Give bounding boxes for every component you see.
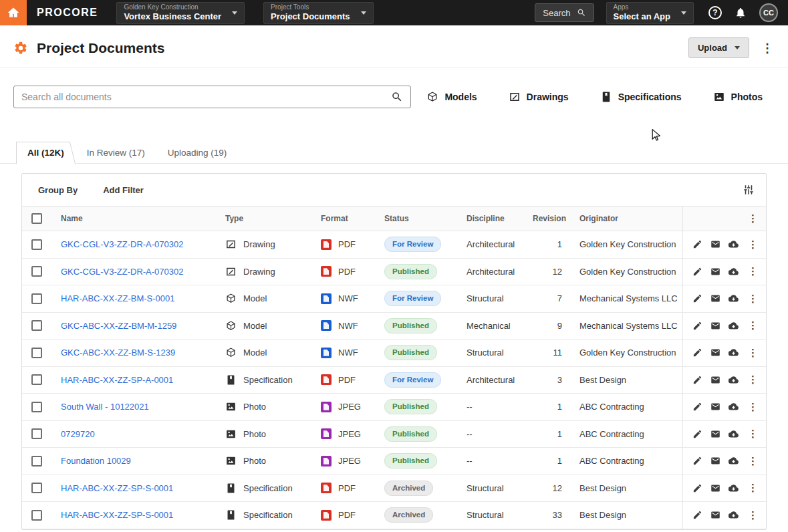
- email-envelope-icon[interactable]: [710, 429, 720, 439]
- edit-pencil-icon[interactable]: [692, 402, 702, 412]
- tab-uploading[interactable]: Uploading (19): [156, 142, 239, 163]
- upload-button[interactable]: Upload: [688, 37, 749, 58]
- doc-name-link[interactable]: Foundation 10029: [61, 456, 131, 466]
- edit-pencil-icon[interactable]: [692, 510, 702, 520]
- row-checkbox[interactable]: [31, 320, 42, 331]
- row-checkbox[interactable]: [31, 428, 42, 439]
- nav-specifications[interactable]: Specifications: [600, 91, 682, 103]
- global-search-button[interactable]: Search: [535, 3, 594, 22]
- search-input[interactable]: [21, 92, 391, 102]
- email-envelope-icon[interactable]: [710, 456, 720, 466]
- doc-name-link[interactable]: GKC-CGL-V3-ZZ-DR-A-070302: [61, 239, 184, 249]
- row-checkbox[interactable]: [31, 374, 42, 385]
- cloud-download-icon[interactable]: [729, 267, 739, 277]
- row-checkbox[interactable]: [31, 239, 42, 250]
- cloud-download-icon[interactable]: [729, 293, 739, 303]
- row-menu-icon[interactable]: ⋮: [748, 455, 757, 467]
- row-checkbox[interactable]: [31, 348, 42, 358]
- table-menu-icon[interactable]: ⋮: [748, 213, 757, 225]
- row-checkbox[interactable]: [31, 402, 42, 412]
- row-menu-icon[interactable]: ⋮: [748, 319, 757, 331]
- home-button[interactable]: [0, 0, 27, 25]
- doc-name-link[interactable]: HAR-ABC-XX-ZZ-SP-S-0001: [61, 483, 173, 493]
- row-menu-icon[interactable]: ⋮: [748, 374, 757, 386]
- email-envelope-icon[interactable]: [710, 293, 720, 303]
- tab-in-review[interactable]: In Review (17): [76, 142, 156, 163]
- page-menu-icon[interactable]: ⋮: [761, 41, 772, 55]
- filter-settings-icon[interactable]: [743, 184, 755, 196]
- column-header-status[interactable]: Status: [375, 214, 457, 223]
- group-by-button[interactable]: Group By: [38, 185, 78, 195]
- edit-pencil-icon[interactable]: [692, 267, 702, 277]
- row-menu-icon[interactable]: ⋮: [748, 509, 757, 521]
- column-header-type[interactable]: Type: [216, 214, 311, 223]
- row-checkbox[interactable]: [31, 510, 42, 521]
- email-envelope-icon[interactable]: [710, 348, 720, 358]
- user-avatar[interactable]: CC: [759, 3, 778, 22]
- row-checkbox[interactable]: [31, 483, 42, 493]
- nav-models[interactable]: Models: [426, 91, 477, 103]
- edit-pencil-icon[interactable]: [692, 239, 702, 249]
- search-icon[interactable]: [391, 91, 403, 103]
- email-envelope-icon[interactable]: [710, 375, 720, 385]
- cloud-download-icon[interactable]: [729, 321, 739, 331]
- email-envelope-icon[interactable]: [710, 267, 720, 277]
- procore-logo[interactable]: PROCORE: [37, 7, 98, 19]
- row-menu-icon[interactable]: ⋮: [748, 239, 757, 251]
- select-all-checkbox[interactable]: [31, 213, 42, 224]
- nav-photos[interactable]: Photos: [713, 91, 763, 103]
- row-checkbox[interactable]: [31, 456, 42, 467]
- edit-pencil-icon[interactable]: [692, 456, 702, 466]
- nav-drawings[interactable]: Drawings: [509, 91, 569, 103]
- doc-name-link[interactable]: GKC-ABC-XX-ZZ-BM-M-1259: [61, 321, 176, 331]
- doc-status-cell: For Review: [375, 237, 457, 252]
- edit-pencil-icon[interactable]: [692, 429, 702, 439]
- row-menu-icon[interactable]: ⋮: [748, 293, 757, 305]
- email-envelope-icon[interactable]: [710, 402, 720, 412]
- email-envelope-icon[interactable]: [710, 510, 720, 520]
- help-button[interactable]: ?: [708, 6, 722, 19]
- cloud-download-icon[interactable]: [729, 348, 739, 358]
- column-header-discipline[interactable]: Discipline: [457, 214, 523, 223]
- row-checkbox[interactable]: [31, 293, 42, 304]
- row-menu-icon[interactable]: ⋮: [748, 347, 757, 359]
- edit-pencil-icon[interactable]: [692, 375, 702, 385]
- edit-pencil-icon[interactable]: [692, 348, 702, 358]
- edit-pencil-icon[interactable]: [692, 293, 702, 303]
- email-envelope-icon[interactable]: [710, 483, 720, 493]
- column-header-format[interactable]: Format: [311, 214, 375, 223]
- doc-name-link[interactable]: HAR-ABC-XX-ZZ-SP-S-0001: [61, 510, 173, 520]
- row-checkbox[interactable]: [31, 266, 42, 277]
- notifications-bell-icon[interactable]: [735, 7, 747, 19]
- column-header-revision[interactable]: Revision: [523, 214, 570, 223]
- cloud-download-icon[interactable]: [729, 456, 739, 466]
- doc-name-link[interactable]: HAR-ABC-XX-ZZ-SP-A-0001: [61, 375, 173, 385]
- row-menu-icon[interactable]: ⋮: [748, 265, 757, 277]
- email-envelope-icon[interactable]: [710, 239, 720, 249]
- column-header-name[interactable]: Name: [51, 214, 216, 223]
- apps-picker[interactable]: Apps Select an App: [606, 2, 694, 24]
- tab-all[interactable]: All (12K): [16, 142, 76, 163]
- doc-name-link[interactable]: 0729720: [61, 429, 95, 439]
- cloud-download-icon[interactable]: [729, 402, 739, 412]
- column-header-originator[interactable]: Originator: [570, 214, 682, 223]
- add-filter-button[interactable]: Add Filter: [103, 185, 144, 195]
- cloud-download-icon[interactable]: [729, 429, 739, 439]
- company-project-picker[interactable]: Golden Key Construction Vortex Business …: [116, 2, 245, 24]
- doc-name-link[interactable]: GKC-ABC-XX-ZZ-BM-S-1239: [61, 348, 175, 358]
- row-checkbox-cell: [22, 428, 51, 439]
- cloud-download-icon[interactable]: [729, 239, 739, 249]
- cloud-download-icon[interactable]: [729, 375, 739, 385]
- row-menu-icon[interactable]: ⋮: [748, 401, 757, 413]
- cloud-download-icon[interactable]: [729, 483, 739, 493]
- doc-name-link[interactable]: South Wall - 10122021: [61, 402, 149, 412]
- row-menu-icon[interactable]: ⋮: [748, 428, 757, 440]
- row-menu-icon[interactable]: ⋮: [748, 482, 757, 494]
- tool-picker[interactable]: Project Tools Project Documents: [263, 2, 373, 24]
- edit-pencil-icon[interactable]: [692, 321, 702, 331]
- cloud-download-icon[interactable]: [729, 510, 739, 520]
- edit-pencil-icon[interactable]: [692, 483, 702, 493]
- email-envelope-icon[interactable]: [710, 321, 720, 331]
- doc-name-link[interactable]: GKC-CGL-V3-ZZ-DR-A-070302: [61, 267, 184, 277]
- doc-name-link[interactable]: HAR-ABC-XX-ZZ-BM-S-0001: [61, 293, 174, 303]
